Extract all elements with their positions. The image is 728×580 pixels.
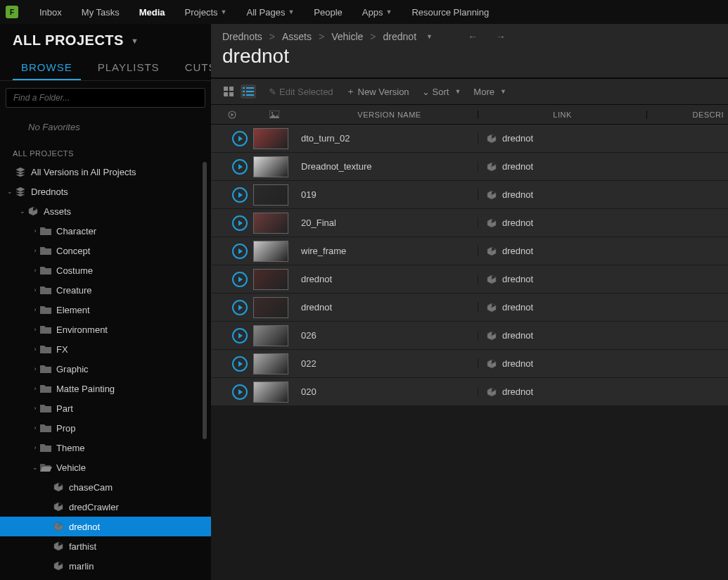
- nav-my-tasks[interactable]: My Tasks: [72, 0, 129, 24]
- tree-item-character[interactable]: ›Character: [0, 221, 211, 241]
- chevron-down-icon[interactable]: ▼: [426, 33, 433, 40]
- tree-item-fx[interactable]: ›FX: [0, 339, 211, 359]
- table-row[interactable]: 026 drednot: [211, 322, 728, 350]
- tree-item-assets[interactable]: ⌄Assets: [0, 201, 211, 221]
- nav-people[interactable]: People: [304, 0, 352, 24]
- tree-item-part[interactable]: ›Part: [0, 398, 211, 418]
- tree-item-theme[interactable]: ›Theme: [0, 438, 211, 458]
- tree-item-element[interactable]: ›Element: [0, 300, 211, 320]
- tree-item-creature[interactable]: ›Creature: [0, 280, 211, 300]
- nav-projects[interactable]: Projects▼: [175, 0, 237, 24]
- tree-caret-icon[interactable]: ⌄: [31, 464, 39, 471]
- version-thumbnail[interactable]: [253, 325, 288, 346]
- link-label[interactable]: drednot: [502, 330, 533, 341]
- tree-item-chasecam[interactable]: chaseCam: [0, 477, 211, 497]
- tree-item-costume[interactable]: ›Costume: [0, 260, 211, 280]
- tree-item-prop[interactable]: ›Prop: [0, 418, 211, 438]
- table-row[interactable]: 022 drednot: [211, 350, 728, 378]
- tree-item-dredcrawler[interactable]: dredCrawler: [0, 497, 211, 517]
- link-label[interactable]: drednot: [502, 386, 533, 397]
- tree-item-drednot[interactable]: drednot: [0, 517, 211, 536]
- link-label[interactable]: drednot: [502, 358, 533, 369]
- tree-item-vehicle[interactable]: ⌄Vehicle: [0, 458, 211, 477]
- breadcrumb-item[interactable]: Vehicle: [331, 31, 363, 42]
- tree-item-matte-painting[interactable]: ›Matte Painting: [0, 379, 211, 398]
- app-logo[interactable]: F: [6, 6, 18, 18]
- table-row[interactable]: drednot drednot: [211, 265, 728, 294]
- tree-caret-icon[interactable]: ⌄: [18, 208, 27, 215]
- grid-view-button[interactable]: [221, 84, 236, 99]
- breadcrumb-item[interactable]: Assets: [282, 31, 312, 42]
- play-button[interactable]: [232, 300, 248, 315]
- play-button[interactable]: [232, 187, 248, 203]
- nav-apps[interactable]: Apps▼: [352, 0, 402, 24]
- tree-item-farthist[interactable]: farthist: [0, 536, 211, 556]
- tree-caret-icon[interactable]: ›: [31, 385, 39, 392]
- sidebar-tab-playlists[interactable]: PLAYLISTS: [89, 54, 168, 80]
- version-thumbnail[interactable]: [253, 353, 288, 374]
- nav-media[interactable]: Media: [129, 0, 175, 24]
- table-row[interactable]: Dreadnot_texture drednot: [211, 153, 728, 181]
- sidebar-tab-browse[interactable]: BROWSE: [13, 54, 81, 80]
- table-row[interactable]: wire_frame drednot: [211, 237, 728, 265]
- tree-item-concept[interactable]: ›Concept: [0, 241, 211, 260]
- table-row[interactable]: 020 drednot: [211, 378, 728, 406]
- play-button[interactable]: [232, 131, 248, 146]
- nav-resource-planning[interactable]: Resource Planning: [402, 0, 499, 24]
- nav-forward-icon[interactable]: →: [496, 31, 506, 42]
- table-row[interactable]: drednot drednot: [211, 294, 728, 322]
- nav-all-pages[interactable]: All Pages▼: [236, 0, 304, 24]
- version-thumbnail[interactable]: [253, 241, 288, 262]
- tree-caret-icon[interactable]: ›: [31, 306, 39, 313]
- play-button[interactable]: [232, 328, 248, 343]
- link-label[interactable]: drednot: [502, 246, 533, 256]
- play-button[interactable]: [232, 159, 248, 175]
- tree-item-marlin[interactable]: marlin: [0, 556, 211, 576]
- nav-back-icon[interactable]: ←: [468, 31, 478, 42]
- version-thumbnail[interactable]: [253, 269, 288, 290]
- tree-item-all-versions-in-all-projects[interactable]: All Versions in All Projects: [0, 162, 211, 182]
- breadcrumb-item[interactable]: drednot: [383, 31, 416, 42]
- link-label[interactable]: drednot: [502, 218, 533, 228]
- nav-inbox[interactable]: Inbox: [30, 0, 72, 24]
- tree-caret-icon[interactable]: ›: [31, 365, 39, 372]
- version-thumbnail[interactable]: [253, 128, 288, 149]
- col-desc-header[interactable]: DESCRI: [646, 111, 728, 119]
- col-play-header[interactable]: [211, 111, 253, 119]
- tree-caret-icon[interactable]: ›: [31, 326, 39, 333]
- tree-caret-icon[interactable]: ›: [31, 346, 39, 353]
- version-thumbnail[interactable]: [253, 382, 288, 403]
- version-thumbnail[interactable]: [253, 184, 288, 206]
- play-button[interactable]: [232, 215, 248, 231]
- link-label[interactable]: drednot: [502, 133, 533, 144]
- link-label[interactable]: drednot: [502, 274, 533, 284]
- tree-caret-icon[interactable]: ›: [31, 444, 39, 451]
- scrollbar-thumb[interactable]: [203, 162, 207, 439]
- tree-item-drednots[interactable]: ⌄Drednots: [0, 182, 211, 201]
- sort-button[interactable]: ⌄Sort▼: [422, 87, 461, 97]
- tree-caret-icon[interactable]: ›: [31, 247, 39, 254]
- play-button[interactable]: [232, 384, 248, 400]
- new-version-button[interactable]: ＋New Version: [346, 85, 409, 98]
- version-thumbnail[interactable]: [253, 156, 288, 177]
- list-view-button[interactable]: [241, 84, 256, 99]
- col-name-header[interactable]: VERSION NAME: [295, 111, 478, 119]
- tree-caret-icon[interactable]: ›: [31, 227, 39, 234]
- tree-caret-icon[interactable]: ›: [31, 267, 39, 274]
- edit-selected-button[interactable]: ✎Edit Selected: [269, 87, 333, 97]
- play-button[interactable]: [232, 244, 248, 259]
- play-button[interactable]: [232, 356, 248, 372]
- tree-caret-icon[interactable]: ›: [31, 424, 39, 431]
- table-row[interactable]: 20_Final drednot: [211, 209, 728, 237]
- link-label[interactable]: drednot: [502, 302, 533, 313]
- version-thumbnail[interactable]: [253, 297, 288, 318]
- sidebar-project-selector[interactable]: ALL PROJECTS ▼: [0, 24, 211, 54]
- tree-caret-icon[interactable]: ⌄: [6, 188, 14, 195]
- link-label[interactable]: drednot: [502, 189, 533, 200]
- play-button[interactable]: [232, 272, 248, 287]
- col-link-header[interactable]: LINK: [478, 111, 646, 119]
- table-row[interactable]: dto_turn_02 drednot: [211, 125, 728, 153]
- folder-search-input[interactable]: [6, 88, 205, 108]
- col-thumb-header[interactable]: [253, 111, 295, 118]
- tree-caret-icon[interactable]: ›: [31, 405, 39, 412]
